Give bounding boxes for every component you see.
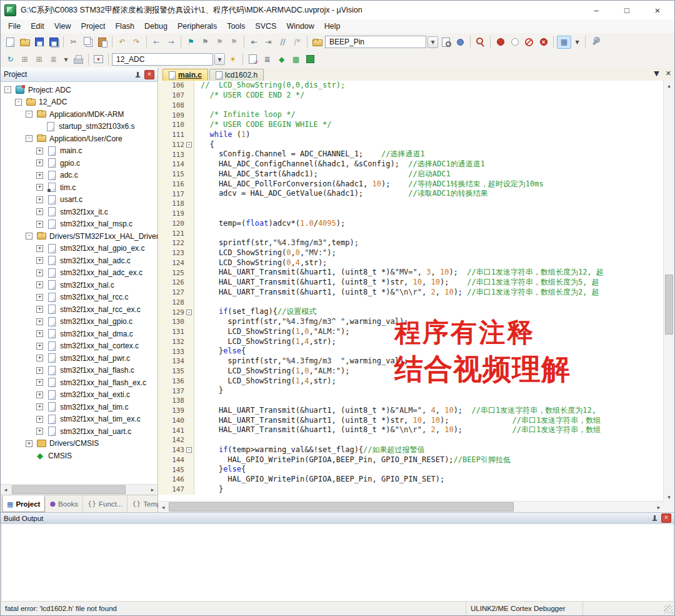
expand-icon[interactable]: + [36, 343, 43, 350]
debug-windows-icon[interactable] [557, 36, 571, 49]
tree-item-stm32f1xx_hal_dma.c[interactable]: +stm32f1xx_hal_dma.c [1, 328, 158, 340]
copy-icon[interactable] [81, 36, 94, 48]
resize-grip[interactable] [664, 605, 673, 614]
expand-icon[interactable]: + [36, 196, 43, 203]
tree-item-application-user-core[interactable]: -Application/User/Core [1, 133, 158, 145]
expand-icon[interactable]: + [36, 330, 43, 337]
expand-icon[interactable]: + [36, 428, 43, 435]
expand-icon[interactable]: + [36, 306, 43, 313]
menu-project[interactable]: Project [76, 21, 111, 32]
fold-collapse-icon[interactable]: - [186, 447, 192, 453]
menu-window[interactable]: Window [281, 21, 319, 32]
tree-item-stm32f1xx_it.c[interactable]: +stm32f1xx_it.c [1, 206, 158, 218]
minimize-button[interactable]: – [583, 2, 609, 18]
stack-dropdown-icon[interactable] [61, 54, 71, 64]
project-hscrollbar[interactable]: ◂ ▸ [1, 484, 158, 495]
workspace-tab-funct[interactable]: {}Funct... [83, 495, 128, 512]
nav-forward-icon[interactable] [164, 36, 178, 48]
tree-item-drivers-cmsis[interactable]: +Drivers/CMSIS [1, 438, 158, 450]
expand-icon[interactable]: + [36, 379, 43, 386]
tree-item-stm32f1xx_hal_msp.c[interactable]: +stm32f1xx_hal_msp.c [1, 218, 158, 231]
print-icon[interactable] [72, 53, 85, 65]
options-wand-icon[interactable] [226, 53, 239, 65]
scroll-left-icon[interactable]: ◂ [158, 502, 168, 512]
debug-session-icon[interactable] [4, 53, 17, 65]
lookup-icon[interactable] [439, 36, 452, 48]
tree-item-stm32f1xx_hal_flash.c[interactable]: +stm32f1xx_hal_flash.c [1, 365, 158, 377]
tree-item-stm32f1xx_hal_cortex.c[interactable]: +stm32f1xx_hal_cortex.c [1, 340, 158, 353]
tree-item-stm32f1xx_hal_rcc.c[interactable]: +stm32f1xx_hal_rcc.c [1, 291, 158, 304]
file-stack-icon[interactable] [47, 53, 60, 65]
menu-help[interactable]: Help [319, 21, 346, 32]
batch-build-icon[interactable] [289, 53, 302, 65]
collapse-icon[interactable]: - [15, 99, 22, 106]
combo-dropdown-icon[interactable] [428, 36, 438, 48]
tree-item-usart.c[interactable]: +usart.c [1, 194, 158, 206]
tree-item-drivers-stm32f1xx_hal_driver[interactable]: -Drivers/STM32F1xx_HAL_Driver [1, 230, 158, 243]
expand-icon[interactable]: + [36, 367, 43, 374]
save-all-icon[interactable] [47, 36, 60, 48]
expand-icon[interactable]: + [36, 318, 43, 325]
breakpoint-disable-all-icon[interactable] [522, 36, 536, 48]
open-file-icon[interactable] [18, 36, 31, 48]
save-icon[interactable] [32, 36, 46, 48]
scroll-right-icon[interactable]: ▸ [654, 502, 664, 512]
window-insert-all-icon[interactable] [32, 53, 46, 65]
bookmark-prev-icon[interactable] [213, 36, 226, 48]
configure-wrench-icon[interactable] [589, 36, 602, 48]
flash-load-icon[interactable] [92, 53, 105, 65]
editor-hscrollbar[interactable]: ◂ ▸ [158, 501, 664, 512]
workspace-tab-books[interactable]: ●Books [45, 495, 83, 512]
scroll-up-icon[interactable]: ▴ [664, 81, 674, 90]
panel-close-icon[interactable]: × [661, 513, 671, 523]
comment-icon[interactable] [276, 36, 289, 48]
editor-vscrollbar[interactable]: ▴ ▾ [663, 81, 674, 502]
tree-item-stm32f1xx_hal_tim.c[interactable]: +stm32f1xx_hal_tim.c [1, 401, 158, 413]
panel-close-icon[interactable]: × [144, 70, 154, 79]
find-icon[interactable] [474, 36, 487, 48]
scroll-thumb[interactable] [12, 485, 126, 494]
paste-icon[interactable] [96, 36, 109, 48]
browse-icon[interactable] [454, 36, 467, 48]
expand-icon[interactable]: + [36, 416, 43, 423]
expand-icon[interactable]: + [36, 148, 43, 154]
tree-item-stm32f1xx_hal_tim_ex.c[interactable]: +stm32f1xx_hal_tim_ex.c [1, 413, 158, 426]
scroll-thumb[interactable] [665, 275, 673, 335]
collapse-icon[interactable]: - [26, 233, 32, 240]
tree-item-project-adc[interactable]: -Project: ADC [1, 84, 158, 96]
menu-svcs[interactable]: SVCS [250, 21, 281, 32]
editor-tab-lcd1602-h[interactable]: lcd1602.h [209, 69, 264, 81]
download-icon[interactable] [304, 53, 317, 65]
collapse-icon[interactable]: - [26, 111, 32, 118]
indent-right-icon[interactable] [262, 36, 275, 48]
expand-icon[interactable]: + [36, 257, 43, 264]
indent-left-icon[interactable] [248, 36, 261, 48]
breakpoint-enable-icon[interactable] [508, 36, 521, 48]
expand-icon[interactable]: + [36, 403, 43, 410]
tree-item-adc.c[interactable]: +adc.c [1, 169, 158, 182]
fold-collapse-icon[interactable]: - [186, 142, 192, 148]
tab-close-icon[interactable]: ✕ [666, 69, 671, 78]
find-in-files-icon[interactable] [311, 36, 324, 48]
expand-icon[interactable]: + [36, 270, 43, 276]
menu-view[interactable]: View [49, 21, 76, 32]
bookmark-next-icon[interactable] [228, 36, 241, 48]
combo-dropdown-icon[interactable] [214, 53, 225, 65]
scroll-left-icon[interactable]: ◂ [1, 485, 11, 495]
breakpoint-insert-icon[interactable] [494, 36, 507, 48]
scroll-down-icon[interactable]: ▾ [664, 492, 674, 502]
build-icon[interactable] [261, 53, 274, 65]
expand-icon[interactable]: + [36, 245, 43, 252]
expand-icon[interactable]: + [36, 159, 43, 166]
redo-icon[interactable] [130, 36, 143, 48]
tab-list-dropdown-icon[interactable]: ▼ [654, 69, 659, 78]
tree-item-stm32f1xx_hal_adc_ex.c[interactable]: +stm32f1xx_hal_adc_ex.c [1, 267, 158, 280]
tree-item-stm32f1xx_hal_gpio_ex.c[interactable]: +stm32f1xx_hal_gpio_ex.c [1, 243, 158, 255]
expand-icon[interactable]: + [36, 184, 43, 191]
expand-icon[interactable]: + [36, 294, 43, 301]
undo-icon[interactable] [116, 36, 129, 48]
dropdown-arrow-icon[interactable] [572, 37, 582, 48]
tree-item-12_adc[interactable]: -12_ADC [1, 96, 158, 109]
menu-file[interactable]: File [3, 21, 26, 32]
menu-debug[interactable]: Debug [139, 21, 172, 32]
